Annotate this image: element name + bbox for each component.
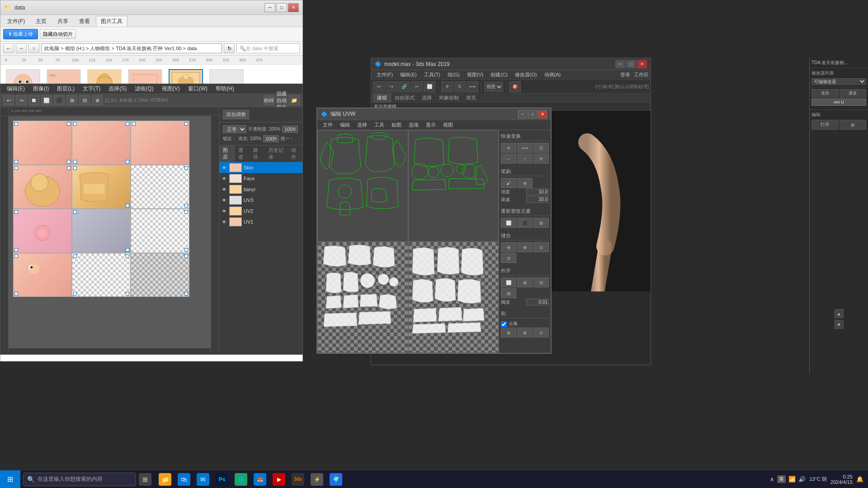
ps-menu-window[interactable]: 窗口(W) [184,84,211,94]
layer-eye-uv2[interactable]: 👁 [221,208,227,214]
max-max-btn[interactable]: □ [626,60,636,68]
uvw-close-btn[interactable]: ✕ [538,110,547,118]
uvw-menu-options[interactable]: 选项 [405,121,422,129]
uvw-threshold-input[interactable] [526,299,549,305]
ps-menu-select[interactable]: 选择(S) [105,84,130,94]
uvw-strength-input[interactable] [526,188,549,195]
ps-menu-filter[interactable]: 滤镜(Q) [131,84,157,94]
max-menu-view[interactable]: 视图(V) [463,70,487,79]
max-scale-btn[interactable]: ⟺ [467,81,478,92]
add-adj-btn[interactable]: 添加调整 [223,110,249,119]
uvw-fade-input[interactable] [526,196,549,203]
uvw-merge-3[interactable]: ⊙ [533,242,549,252]
auto-slice-btn[interactable]: 隐藏自动切片 [40,29,76,39]
layer-face[interactable]: 👁 Face [219,173,302,184]
max-rp-tab-dao[interactable]: 道具 [811,89,839,98]
max-link-btn[interactable]: 🔗 [398,81,410,92]
max-tab-select[interactable]: 选择 [418,94,435,102]
layer-eye-skin[interactable]: 👁 [221,164,227,171]
layer-eye-uv1[interactable]: 👁 [221,219,227,225]
max-menu-group[interactable]: 组(G) [444,70,463,79]
ps-tool-2[interactable]: ↪ [16,95,27,105]
max-menu-file[interactable]: 文件(F) [373,70,396,79]
ps-folder-btn[interactable]: 📁 [289,95,300,105]
uvw-max-btn[interactable]: □ [528,110,537,118]
uvw-min-btn[interactable]: ─ [518,110,527,118]
ps-menu-text[interactable]: 文字(T) [79,84,104,94]
taskbar-app-video[interactable]: ▶ [270,470,288,488]
max-menu-edit[interactable]: 编辑(E) [396,70,420,79]
uvw-separate-checkbox[interactable] [501,321,507,327]
max-view-select[interactable]: 视图 [484,82,503,92]
tab-paths[interactable]: 路径 [250,145,264,162]
max-tab-fill[interactable]: 填充 [462,94,480,102]
uvw-reshape-3[interactable]: ⊞ [533,218,549,228]
ps-menu-layer[interactable]: 图层(L) [53,84,78,94]
minimize-button[interactable]: ─ [264,3,275,12]
ps-crush-btn[interactable]: 粉碎 [264,95,274,105]
opacity-input[interactable] [282,126,298,133]
layer-uv1[interactable]: 👁 UV1 [219,216,302,227]
taskbar-app-ps[interactable]: Ps [213,470,231,488]
uvw-menu-file[interactable]: 文件 [319,121,336,129]
tray-lang[interactable]: 英 [777,475,786,483]
max-rp-tab-amu-btn[interactable]: Am U [811,99,866,106]
max-menu-tools[interactable]: 工具(T) [420,70,444,79]
max-modifier-select[interactable]: 可编修改器 [811,78,866,85]
uvw-menu-view[interactable]: 视图 [439,121,457,129]
max-perspective-btn[interactable]: 🎯 [509,81,521,92]
max-rotate-btn[interactable]: ↻ [454,81,466,92]
uvw-peel-1[interactable]: ⊕ [501,328,516,338]
tab-file[interactable]: 文件(F) [2,16,30,27]
ps-tool-5[interactable]: ⬛ [54,95,65,105]
taskbar-app-store[interactable]: 🛍 [175,470,193,488]
uvw-qt-6[interactable]: ⟳ [533,154,549,164]
uvw-merge-1[interactable]: ⊕ [501,242,516,252]
taskbar-app-3dsmax[interactable]: 3ds [289,470,307,488]
layer-mode-select[interactable]: 正常 [223,125,246,133]
ps-tool-1[interactable]: ↩ [3,95,14,105]
refresh-button[interactable]: ↻ [224,43,235,53]
layer-uv2[interactable]: 👁 UV2 [219,206,302,216]
max-edit-tool-1[interactable]: 打开 [811,120,839,130]
layer-eye-tianyi[interactable]: 👁 [221,186,227,192]
uvw-brush-2[interactable]: ⊕ [517,178,533,188]
ps-menu-help[interactable]: 帮助(H) [212,84,238,94]
ps-tool-3[interactable]: 🔲 [28,95,39,105]
uvw-explode-2[interactable]: ⊞ [517,277,533,287]
uvw-menu-edit[interactable]: 编辑 [336,121,354,129]
uvw-explode-4[interactable]: ⊞ [501,288,516,298]
ps-tool-7[interactable]: ⊟ [79,95,90,105]
uvw-menu-map[interactable]: 贴图 [388,121,405,129]
max-menu-create[interactable]: 创建(C) [487,70,511,79]
search-box[interactable]: 🔍 在 data 中搜索 [236,43,300,53]
taskbar-app-browser2[interactable]: 🦊 [251,470,269,488]
scroll-down-btn[interactable]: ▼ [835,320,844,329]
upload-btn[interactable]: ⬆ 临摹上传 [3,29,38,39]
taskview-button[interactable]: ⊞ [136,470,154,488]
ps-autoslice-btn[interactable]: 隐藏自动切片 [276,95,287,105]
start-button[interactable]: ⊞ [0,470,20,488]
tab-actions[interactable]: 动作 [288,145,302,162]
uvw-menu-tools[interactable]: 工具 [371,121,388,129]
taskbar-app-extra1[interactable]: ⚡ [308,470,326,488]
uvw-merge-4[interactable]: ⊘ [501,253,516,263]
uvw-peel-2[interactable]: ⊗ [517,328,533,338]
tab-layers[interactable]: 图层 [219,145,235,162]
max-select-btn[interactable]: ⬜ [424,81,435,92]
ps-menu-edit[interactable]: 编辑(E) [3,84,28,94]
max-min-btn[interactable]: ─ [615,60,625,68]
max-move-btn[interactable]: ✛ [441,81,453,92]
uvw-merge-2[interactable]: ⊗ [517,242,533,252]
tray-expand[interactable]: ∧ [770,476,774,483]
uvw-explode-3[interactable]: ⊟ [533,277,549,287]
taskbar-search[interactable]: 🔍 在这里输入你想搜索的内容 [23,473,136,486]
max-tab-build[interactable]: 建模 [373,93,391,103]
tab-view[interactable]: 查看 [74,16,95,27]
layer-eye-uv3[interactable]: 👁 [221,197,227,203]
uvw-qt-4[interactable]: ↔ [501,154,516,164]
uvw-reshape-1[interactable]: ⬜ [501,218,516,228]
max-close-btn[interactable]: ✕ [637,60,647,68]
max-tab-freeform[interactable]: 自由形式 [391,94,418,102]
uvw-reshape-2[interactable]: ⬛ [517,218,533,228]
